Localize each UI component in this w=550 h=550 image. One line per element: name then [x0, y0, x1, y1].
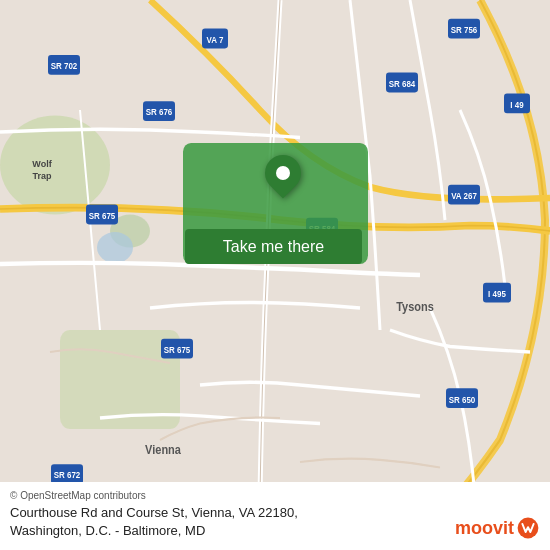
- svg-text:SR 756: SR 756: [451, 25, 478, 35]
- svg-point-4: [97, 232, 133, 263]
- moovit-icon: [516, 516, 540, 540]
- svg-text:SR 684: SR 684: [389, 79, 416, 89]
- moovit-logo: moovit: [455, 516, 540, 540]
- svg-text:Tysons: Tysons: [396, 301, 434, 314]
- osm-credit: © OpenStreetMap contributors: [10, 490, 540, 501]
- address-line1: Courthouse Rd and Course St, Vienna, VA …: [10, 505, 298, 520]
- svg-text:Wolf: Wolf: [32, 158, 52, 170]
- svg-text:I 49: I 49: [510, 99, 524, 109]
- map-container: SR 702 VA 7 SR 676 SR 684 I 49 SR 675 VA…: [0, 0, 550, 550]
- moovit-logo-text: moovit: [455, 518, 514, 539]
- svg-text:SR 650: SR 650: [449, 394, 476, 404]
- svg-text:Trap: Trap: [33, 170, 52, 182]
- svg-text:Vienna: Vienna: [145, 444, 181, 457]
- location-pin: [263, 155, 303, 205]
- svg-text:SR 672: SR 672: [54, 470, 81, 480]
- map-background: SR 702 VA 7 SR 676 SR 684 I 49 SR 675 VA…: [0, 0, 550, 550]
- svg-text:VA 7: VA 7: [207, 35, 224, 45]
- pin-inner: [276, 166, 290, 180]
- svg-text:SR 675: SR 675: [89, 211, 116, 221]
- svg-text:SR 675: SR 675: [164, 345, 191, 355]
- svg-text:VA 267: VA 267: [451, 191, 477, 201]
- pin-circle: [258, 148, 309, 199]
- svg-text:SR 676: SR 676: [146, 107, 173, 117]
- address-line2: Washington, D.C. - Baltimore, MD: [10, 523, 205, 538]
- take-me-there-button[interactable]: Take me there: [185, 229, 362, 264]
- osm-credit-text: © OpenStreetMap contributors: [10, 490, 146, 501]
- bottom-bar: © OpenStreetMap contributors Courthouse …: [0, 482, 550, 550]
- svg-text:SR 702: SR 702: [51, 61, 78, 71]
- svg-text:I 495: I 495: [488, 289, 506, 299]
